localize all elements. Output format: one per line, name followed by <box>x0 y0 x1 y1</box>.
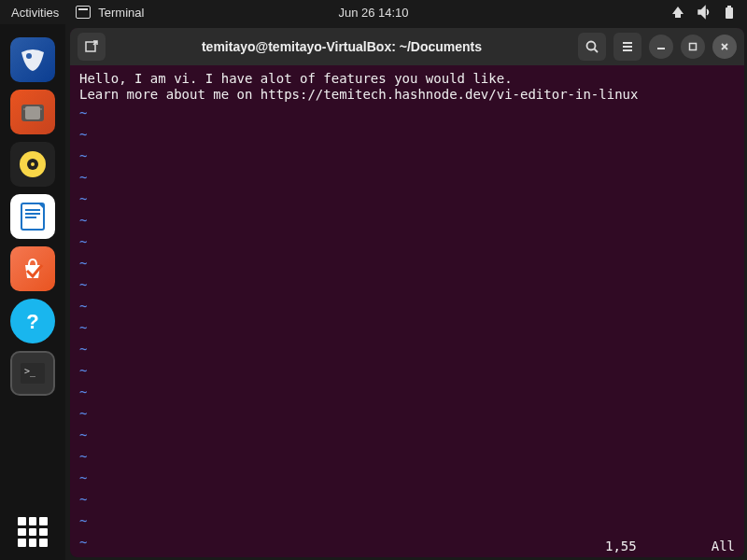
dock-thunderbird[interactable] <box>10 37 55 82</box>
show-applications-button[interactable] <box>18 517 48 547</box>
system-topbar: Activities Terminal Jun 26 14:10 <box>0 0 747 24</box>
network-icon[interactable] <box>670 5 685 20</box>
scroll-percent: All <box>712 539 735 553</box>
editor-line-2: Learn more about me on https://temitech.… <box>79 87 735 103</box>
svg-rect-0 <box>726 7 733 19</box>
hamburger-menu-button[interactable] <box>613 33 641 61</box>
new-tab-button[interactable] <box>78 33 106 61</box>
dock-rhythmbox[interactable] <box>10 142 55 187</box>
activities-button[interactable]: Activities <box>11 6 59 20</box>
empty-line-markers: ~~~~~~~~~~~~~~~~~~~~~ <box>79 103 87 553</box>
svg-text:>_: >_ <box>24 366 36 377</box>
dock-terminal[interactable]: >_ <box>10 351 55 396</box>
maximize-button[interactable] <box>681 35 705 59</box>
vi-status-bar: 1,55 All <box>70 539 744 557</box>
editor-line-1: Hello, I am vi. I have alot of features … <box>79 71 735 87</box>
window-title: temitayo@temitayo-VirtualBox: ~/Document… <box>113 39 571 54</box>
battery-icon[interactable] <box>723 5 736 20</box>
dock-help[interactable]: ? <box>10 299 55 343</box>
active-app-name: Terminal <box>98 6 144 20</box>
svg-point-2 <box>26 53 32 59</box>
svg-point-8 <box>31 162 35 166</box>
svg-rect-11 <box>25 213 40 215</box>
close-button[interactable] <box>712 35 737 59</box>
active-app-indicator[interactable]: Terminal <box>76 6 144 20</box>
volume-icon[interactable] <box>697 5 712 20</box>
window-titlebar: temitayo@temitayo-VirtualBox: ~/Document… <box>70 28 744 65</box>
svg-rect-18 <box>690 44 697 50</box>
svg-rect-1 <box>727 6 731 7</box>
svg-rect-12 <box>25 217 36 218</box>
terminal-content[interactable]: Hello, I am vi. I have alot of features … <box>70 65 744 539</box>
clock[interactable]: Jun 26 14:10 <box>338 6 408 20</box>
svg-rect-10 <box>25 209 40 211</box>
svg-text:?: ? <box>26 310 38 333</box>
dock: ? >_ <box>0 24 65 560</box>
dock-files[interactable] <box>10 90 55 134</box>
minimize-button[interactable] <box>649 35 673 59</box>
terminal-window: temitayo@temitayo-VirtualBox: ~/Document… <box>70 28 744 557</box>
terminal-icon <box>76 6 91 19</box>
dock-software-center[interactable] <box>10 246 55 291</box>
dock-libreoffice-writer[interactable] <box>10 194 55 239</box>
search-button[interactable] <box>578 33 606 61</box>
cursor-position: 1,55 <box>605 539 637 553</box>
svg-point-17 <box>587 42 596 50</box>
svg-rect-5 <box>25 106 40 119</box>
